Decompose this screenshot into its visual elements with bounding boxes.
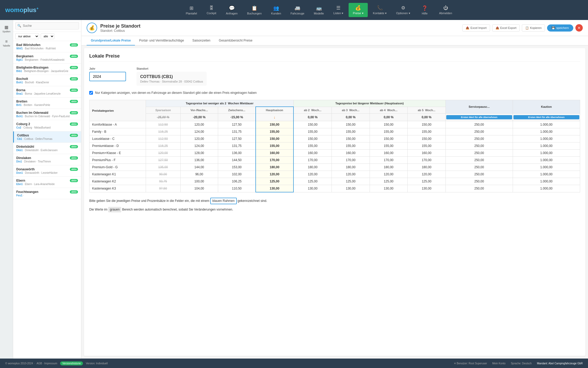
location-name: Bretten aktiv	[16, 100, 78, 103]
excel-import-button[interactable]: 📥 Excel Import	[462, 24, 490, 32]
haupt-cell[interactable]: 155,00	[256, 128, 294, 135]
status-badge: aktiv	[70, 55, 78, 58]
kaution-cell: 1.000,00	[513, 164, 580, 171]
footer-agb[interactable]: AGB · Impressum	[36, 362, 57, 365]
location-item[interactable]: Bocholt aktiv Boh1 · Bocholt · KlaraDemi…	[13, 75, 81, 86]
haupt-cell[interactable]: 155,00	[256, 142, 294, 150]
ab4-pct: 0,00 %	[370, 114, 408, 121]
location-item[interactable]: Bietigheim-Bissingen aktiv Bib1 · Bietig…	[13, 64, 81, 75]
sidebar-spalten[interactable]: ▦ Spalten	[1, 23, 12, 35]
haupt-cell[interactable]: 125,00	[256, 178, 294, 185]
ab5-cell: 130,00	[408, 185, 446, 192]
note-row-1: Bitte geben Sie die jeweiligen Preise un…	[89, 198, 580, 204]
tab-saisonzeiten[interactable]: Saisonzeiten	[188, 36, 215, 45]
kaution-cell: 1.000,00	[513, 185, 580, 192]
status-badge: aktiv	[70, 179, 78, 182]
status-filter[interactable]: nur aktive alle nur inaktive	[15, 33, 39, 39]
excel-export-button[interactable]: 📤 Excel Export	[492, 24, 520, 32]
haupt-cell[interactable]: 160,00	[256, 150, 294, 157]
zwischen-cell: 127,50	[218, 121, 256, 128]
haupt-pct: ↓	[256, 114, 294, 121]
nav-preise[interactable]: 💰 Preise ▾	[349, 3, 368, 17]
speichern-button[interactable]: 💾 speichern	[547, 24, 573, 32]
status-badge: aktiv	[70, 156, 78, 160]
sidebar-tabelle[interactable]: ≡ Tabelle	[2, 37, 11, 49]
nav-kontakte[interactable]: 📞 Kontakte ▾	[369, 3, 391, 17]
tab-portal[interactable]: Portal- und Vermittleraufschläge	[135, 36, 188, 45]
kategorie-checkbox[interactable]	[89, 91, 93, 95]
buchungen-icon: 📋	[251, 5, 257, 11]
page-title-area: 💰 Preise je Standort Standort: Cottbus	[87, 23, 140, 33]
sparsaison-cell: 116,25	[146, 142, 180, 150]
nav-listen[interactable]: ☰ Listen ▾	[329, 3, 348, 17]
nav-plantafel[interactable]: ⊞ Plantafel	[182, 3, 201, 17]
kaution-cell: 1.000,00	[513, 150, 580, 157]
location-item[interactable]: Buchen Im Odenwald aktiv Bch1 · Buchen I…	[13, 109, 81, 120]
location-item[interactable]: Ebern aktiv Ebn1 · Ebern · Lara-ArianeHe…	[13, 177, 81, 188]
location-item[interactable]: Borna aktiv Bna1 · Borna · Jaqueline-Len…	[13, 86, 81, 98]
optionen-icon: ⚙	[401, 5, 405, 11]
ab3-cell: 155,00	[332, 128, 370, 135]
haupt-cell[interactable]: 180,00	[256, 164, 294, 171]
sparsaison-cell: 90,00	[146, 171, 180, 178]
ab2-cell: 155,00	[293, 128, 332, 135]
page-title: Preise je Standort	[100, 23, 140, 29]
status-badge: aktiv	[70, 89, 78, 92]
ab2-pct: 0,00 %	[293, 114, 332, 121]
tab-grundpreise[interactable]: Grundpreise/Lokale Preise	[87, 36, 135, 45]
vor-nach-cell: 136,00	[180, 157, 218, 164]
nav-anfragen[interactable]: 💬 Anfragen	[222, 3, 242, 17]
jahr-input[interactable]	[89, 72, 126, 81]
nav-abmelden[interactable]: ⏻ Abmelden	[435, 3, 456, 17]
haupt-cell[interactable]: 130,00	[256, 185, 294, 192]
location-item[interactable]: Bretten aktiv Brt1 · Bretten · KarstenPo…	[13, 98, 81, 109]
nav-optionen[interactable]: ⚙ Optionen ▾	[392, 3, 414, 17]
haupt-cell[interactable]: 150,00	[256, 121, 294, 128]
note-blue-highlight: blauen Rahmen	[210, 198, 237, 204]
ab3-col-header: ab 3 Woch...	[332, 107, 370, 114]
nav-modelle[interactable]: 🚌 Modelle	[309, 3, 328, 17]
close-button[interactable]: ✕	[575, 24, 583, 32]
nav-buchungen[interactable]: 📋 Buchungen	[243, 3, 266, 17]
modelle-icon: 🚌	[316, 5, 322, 11]
location-item[interactable]: Donauwörth aktiv Don1 · Donauwörth · Leo…	[13, 165, 81, 177]
ab3-cell: 120,00	[332, 171, 370, 178]
location-item[interactable]: Dinkelsbühl aktiv Dkb1 · Dinkelsbühl · E…	[13, 143, 81, 154]
kopieren-button[interactable]: 📋 Kopieren	[522, 24, 545, 32]
kaution-first-btn[interactable]: Ersten Wert für alle übernehmen	[513, 115, 579, 119]
location-item[interactable]: Dinslaken aktiv Din1 · Dinslaken · TinaT…	[13, 154, 81, 165]
location-item-cottbus[interactable]: Cottbus aktiv Cb1 · Cottbus · DetlevThom…	[13, 131, 81, 143]
nav-hilfe[interactable]: ❓ Hilfe	[416, 3, 434, 17]
ab3-cell: 180,00	[332, 164, 370, 171]
zwischen-cell: 136,00	[218, 150, 256, 157]
location-item[interactable]: Bad Wörishofen aktiv Whf1 · Bad Wörishof…	[13, 41, 81, 52]
table-row: Premium+Klasse - E 120,00 128,00 136,00 …	[90, 150, 580, 157]
location-name: Feuchtwangen aktiv	[16, 190, 78, 194]
location-name: Cottbus aktiv	[17, 134, 78, 137]
search-input[interactable]	[15, 22, 79, 29]
type-filter[interactable]: alle	[41, 33, 54, 39]
nav-fahrzeuge[interactable]: 🚐 Fahrzeuge	[286, 3, 309, 17]
location-name: Dinslaken aktiv	[16, 156, 78, 160]
form-row: Jahr Standort COTTBUS (CB1) Detlev Thoma…	[89, 67, 580, 86]
haupt-cell[interactable]: 170,00	[256, 157, 294, 164]
servicepause-first-btn[interactable]: Ersten Wert für alle übernehmen	[446, 115, 512, 119]
version-history-badge[interactable]: Versionshistorie	[60, 361, 83, 365]
table-row: Kastenwagen K1 90,00 96,00 102,00 120,00…	[90, 171, 580, 178]
page-title-group: Preise je Standort Standort: Cottbus	[100, 23, 140, 33]
nav-cockpit[interactable]: 🎛 Cockpit	[202, 3, 220, 17]
logo[interactable]: womoplus+	[5, 6, 47, 14]
vor-nach-cell: 104,00	[180, 185, 218, 192]
nav-kunden[interactable]: 👥 Kunden	[267, 3, 285, 17]
haupt-cell[interactable]: 150,00	[256, 135, 294, 142]
location-item[interactable]: Feuchtwangen aktiv Feu1 ·	[13, 188, 81, 199]
footer-right: ✕ Benutzer: Root Superuser Mein Konto Sp…	[454, 362, 583, 365]
kategorie-cell: Luxusklasse - C	[90, 135, 146, 142]
location-item[interactable]: Coburg 2 aktiv Co2 · Coburg · NiklasBurk…	[13, 120, 81, 131]
tab-gesamtubersicht[interactable]: Gesamtübersicht Preise	[215, 36, 257, 45]
mein-konto-link[interactable]: Mein Konto	[492, 362, 506, 365]
service-cell: 250,00	[445, 178, 513, 185]
ab4-col-header: ab 4 Woch...	[370, 107, 408, 114]
location-item[interactable]: Bergkamen aktiv Bgk1 · Bergkamen · Fried…	[13, 52, 81, 64]
haupt-cell[interactable]: 120,00	[256, 171, 294, 178]
